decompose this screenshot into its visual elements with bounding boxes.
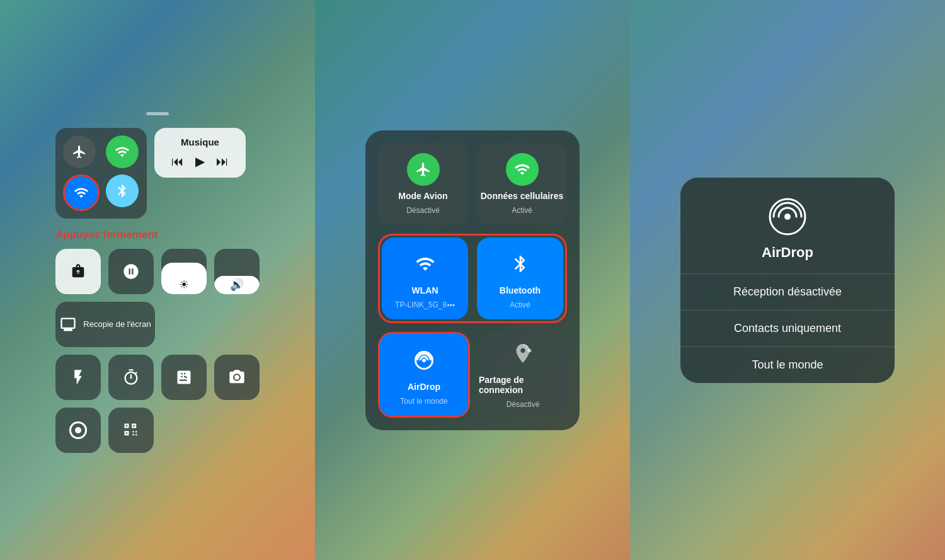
hotspot-tile[interactable]: Partage de connexion Désactivé [479, 332, 567, 414]
svg-point-4 [784, 214, 791, 220]
connectivity-block [55, 128, 147, 219]
wlan-bluetooth-highlight: WLAN TP-LINK_5G_8▪▪▪ Bluetooth Activé [378, 234, 567, 323]
cellular-tile[interactable]: Données cellulaires Activé [477, 143, 567, 225]
pull-indicator [146, 112, 169, 115]
svg-point-1 [422, 358, 426, 362]
airplane-tile-icon [407, 153, 440, 186]
svg-point-2 [528, 348, 532, 352]
exp-row-1: Mode Avion Désactivé Données cellulaires… [378, 143, 567, 225]
airdrop-tile-name: AirDrop [408, 382, 440, 392]
panel-airdrop-menu: AirDrop Réception désactivée Contacts un… [630, 0, 945, 560]
cc-row-4 [55, 355, 260, 400]
music-controls: ⏮ ▶ ⏭ [166, 154, 234, 169]
qr-code-button[interactable] [108, 408, 154, 453]
exp-row-3: AirDrop Tout le monde Partage de connexi… [378, 332, 567, 418]
airdrop-tile-status: Tout le monde [400, 397, 447, 406]
bluetooth-button[interactable] [106, 174, 139, 207]
brightness-slider[interactable]: ☀ [161, 249, 207, 294]
cellular-button[interactable] [106, 135, 139, 168]
play-button[interactable]: ▶ [195, 154, 205, 169]
airplane-tile-name: Mode Avion [398, 191, 447, 201]
hotspot-tile-name: Partage de connexion [479, 375, 567, 395]
volume-icon: 🔊 [230, 278, 244, 292]
wifi-button[interactable] [65, 176, 98, 209]
bluetooth-tile[interactable]: Bluetooth Activé [477, 237, 563, 319]
bluetooth-tile-status: Activé [510, 300, 530, 309]
airplane-tile-status: Désactivé [406, 206, 440, 215]
airdrop-menu-title: AirDrop [762, 244, 813, 261]
volume-slider[interactable]: 🔊 [214, 249, 260, 294]
airdrop-tile-icon [408, 344, 440, 377]
music-title: Musique [166, 137, 234, 147]
brightness-icon: ☀ [179, 278, 189, 292]
hotspot-tile-status: Désactivé [507, 400, 540, 409]
cc-row-3: Recopie de l'écran [55, 302, 260, 347]
airdrop-options-menu: AirDrop Réception désactivée Contacts un… [680, 178, 895, 383]
calculator-button[interactable] [161, 355, 207, 400]
airdrop-menu-icon [767, 197, 808, 237]
airdrop-option-contacts-uniquement[interactable]: Contacts uniquement [680, 311, 895, 346]
screen-record-button[interactable] [55, 408, 101, 453]
prev-track-button[interactable]: ⏮ [171, 154, 184, 169]
do-not-disturb-button[interactable] [108, 249, 154, 294]
cc-row-5 [55, 408, 260, 453]
wlan-tile-status: TP-LINK_5G_8▪▪▪ [395, 300, 455, 309]
control-center-main: Musique ⏮ ▶ ⏭ Appuyez fermement ☀ [43, 94, 272, 466]
cellular-tile-name: Données cellulaires [481, 191, 564, 201]
cc-row-2: ☀ 🔊 [55, 249, 260, 294]
exp-row-2: WLAN TP-LINK_5G_8▪▪▪ Bluetooth Activé [380, 236, 565, 321]
cc-top-row: Musique ⏮ ▶ ⏭ [55, 128, 260, 219]
bluetooth-tile-icon [504, 248, 537, 280]
wlan-tile[interactable]: WLAN TP-LINK_5G_8▪▪▪ [382, 237, 468, 319]
music-widget: Musique ⏮ ▶ ⏭ [154, 128, 246, 178]
wlan-tile-name: WLAN [412, 285, 438, 295]
airdrop-tile[interactable]: AirDrop Tout le monde [380, 334, 468, 416]
airdrop-option-tout-le-monde[interactable]: Tout le monde [680, 347, 895, 383]
bluetooth-tile-name: Bluetooth [500, 285, 541, 295]
wlan-tile-icon [409, 248, 442, 280]
airdrop-highlight: AirDrop Tout le monde [378, 332, 470, 418]
airplane-mode-button[interactable] [63, 135, 96, 168]
airplane-tile[interactable]: Mode Avion Désactivé [378, 143, 468, 225]
screen-mirroring-button[interactable]: Recopie de l'écran [55, 302, 155, 347]
expanded-control-center: Mode Avion Désactivé Données cellulaires… [365, 130, 580, 430]
screen-mirroring-label: Recopie de l'écran [83, 319, 151, 329]
appuyez-label: Appuyez fermement [55, 229, 260, 241]
screen-lock-button[interactable] [55, 249, 101, 294]
next-track-button[interactable]: ⏭ [216, 154, 229, 169]
panel-control-center: Musique ⏮ ▶ ⏭ Appuyez fermement ☀ [0, 0, 315, 560]
hotspot-tile-icon [507, 337, 539, 370]
cellular-tile-icon [506, 153, 539, 186]
airdrop-option-reception-desactivee[interactable]: Réception désactivée [680, 274, 895, 310]
timer-button[interactable] [108, 355, 154, 400]
panel-expanded-cc: Mode Avion Désactivé Données cellulaires… [315, 0, 630, 560]
flashlight-button[interactable] [55, 355, 101, 400]
airdrop-menu-header: AirDrop [680, 178, 895, 273]
wifi-button-highlight [63, 174, 100, 211]
cellular-tile-status: Activé [512, 206, 532, 215]
camera-button[interactable] [214, 355, 260, 400]
